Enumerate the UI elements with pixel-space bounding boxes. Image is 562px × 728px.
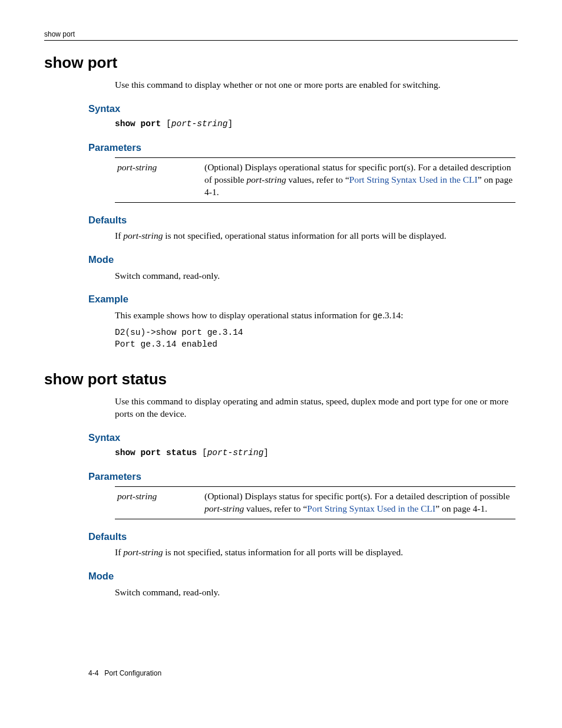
- defaults-text: If port-string is not specified, status …: [115, 546, 518, 559]
- page-number: 4-4: [88, 669, 98, 677]
- defaults-heading: Defaults: [88, 530, 518, 543]
- section-title-show-port-status: show port status: [44, 369, 518, 390]
- bracket: [: [197, 448, 207, 457]
- parameters-table: port-string (Optional) Displays status f…: [115, 486, 515, 519]
- table-row: port-string (Optional) Displays operatio…: [115, 158, 515, 203]
- defaults-text: If port-string is not specified, operati…: [115, 230, 518, 242]
- chapter-name: Port Configuration: [104, 669, 161, 677]
- parameters-heading: Parameters: [88, 141, 518, 154]
- syntax-arg: port-string: [207, 448, 264, 457]
- mode-text: Switch command, read-only.: [115, 587, 518, 599]
- param-name: port-string: [115, 487, 202, 519]
- header-rule: [44, 40, 518, 41]
- intro-text: Use this command to display operating an…: [115, 396, 518, 420]
- defaults-heading: Defaults: [88, 213, 518, 226]
- page-footer: 4-4 Port Configuration: [88, 668, 161, 678]
- mode-heading: Mode: [88, 253, 518, 266]
- cross-ref-link[interactable]: Port String Syntax Used in the CLI: [349, 174, 478, 185]
- table-row: port-string (Optional) Displays status f…: [115, 487, 515, 519]
- running-header: show port: [44, 29, 518, 39]
- param-description: (Optional) Displays status for specific …: [202, 487, 515, 519]
- bracket: [: [161, 119, 171, 129]
- syntax-line: show port status [port-string]: [115, 447, 518, 459]
- parameters-heading: Parameters: [88, 470, 518, 483]
- intro-text: Use this command to display whether or n…: [115, 79, 518, 91]
- section-title-show-port: show port: [44, 52, 518, 73]
- syntax-keyword: show port: [115, 119, 161, 129]
- parameters-table: port-string (Optional) Displays operatio…: [115, 157, 515, 203]
- page: show port show port Use this command to …: [44, 29, 518, 710]
- cross-ref-link[interactable]: Port String Syntax Used in the CLI: [307, 503, 435, 513]
- mode-text: Switch command, read-only.: [115, 270, 518, 282]
- syntax-arg: port-string: [171, 119, 228, 129]
- bracket: ]: [227, 119, 233, 129]
- example-intro: This example shows how to display operat…: [115, 309, 518, 322]
- bracket: ]: [263, 448, 269, 457]
- syntax-line: show port [port-string]: [115, 118, 518, 130]
- syntax-heading: Syntax: [88, 102, 518, 115]
- param-name: port-string: [115, 158, 202, 203]
- syntax-heading: Syntax: [88, 431, 518, 444]
- syntax-keyword: show port status: [115, 448, 197, 457]
- param-description: (Optional) Displays operational status f…: [202, 158, 515, 203]
- mode-heading: Mode: [88, 569, 518, 582]
- code-block: D2(su)->show port ge.3.14 Port ge.3.14 e…: [115, 327, 518, 351]
- example-heading: Example: [88, 292, 518, 305]
